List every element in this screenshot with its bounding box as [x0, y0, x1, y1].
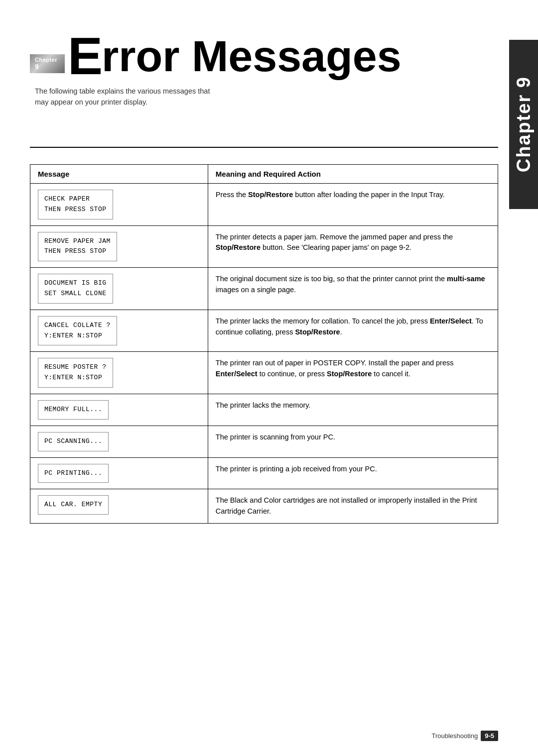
message-box-6: PC SCANNING... — [38, 432, 109, 451]
footer-badge: 9-5 — [481, 731, 498, 741]
message-cell-2: DOCUMENT IS BIGSET SMALL CLONE — [30, 268, 208, 310]
page-container: Chapter 9 Chapter 9 E rror Messages The … — [0, 0, 538, 756]
table-row: RESUME POSTER ?Y:ENTER N:STOPThe printer… — [30, 352, 498, 394]
col-message-header: Message — [30, 165, 208, 184]
message-box-3: CANCEL COLLATE ?Y:ENTER N:STOP — [38, 316, 117, 346]
action-cell-3: The printer lacks the memory for collati… — [208, 310, 498, 352]
action-cell-0: Press the Stop/Restore button after load… — [208, 184, 498, 226]
subtitle-line1: The following table explains the various… — [35, 87, 210, 95]
message-box-4: RESUME POSTER ?Y:ENTER N:STOP — [38, 358, 113, 388]
chapter-number: 9 — [35, 63, 39, 71]
action-cell-1: The printer detects a paper jam. Remove … — [208, 225, 498, 268]
header-area: Chapter 9 E rror Messages The following … — [30, 30, 498, 108]
table-row: CANCEL COLLATE ?Y:ENTER N:STOPThe printe… — [30, 310, 498, 352]
col-action-header: Meaning and Required Action — [208, 165, 498, 184]
title-letter-e: E — [68, 30, 103, 82]
message-box-0: CHECK PAPERTHEN PRESS STOP — [38, 190, 113, 219]
message-cell-7: PC PRINTING... — [30, 457, 208, 489]
message-box-7: PC PRINTING... — [38, 464, 109, 483]
message-cell-0: CHECK PAPERTHEN PRESS STOP — [30, 184, 208, 226]
message-cell-1: REMOVE PAPER JAMTHEN PRESS STOP — [30, 225, 208, 268]
chapter-tab: Chapter 9 — [509, 40, 538, 209]
table-row: MEMORY FULL...The printer lacks the memo… — [30, 394, 498, 426]
subtitle: The following table explains the various… — [35, 86, 498, 108]
action-cell-5: The printer lacks the memory. — [208, 394, 498, 426]
message-cell-6: PC SCANNING... — [30, 426, 208, 457]
table-row: CHECK PAPERTHEN PRESS STOPPress the Stop… — [30, 184, 498, 226]
chapter-badge-block: Chapter 9 — [30, 54, 65, 73]
table-row: PC PRINTING...The printer is printing a … — [30, 457, 498, 489]
action-cell-4: The printer ran out of paper in POSTER C… — [208, 352, 498, 394]
table-row: DOCUMENT IS BIGSET SMALL CLONEThe origin… — [30, 268, 498, 310]
message-cell-3: CANCEL COLLATE ?Y:ENTER N:STOP — [30, 310, 208, 352]
main-table: Message Meaning and Required Action CHEC… — [30, 164, 498, 524]
message-box-5: MEMORY FULL... — [38, 400, 109, 420]
action-cell-8: The Black and Color cartridges are not i… — [208, 489, 498, 524]
message-box-1: REMOVE PAPER JAMTHEN PRESS STOP — [38, 232, 117, 262]
chapter-small-label: Chapter — [35, 57, 57, 63]
action-cell-6: The printer is scanning from your PC. — [208, 426, 498, 457]
title-row: Chapter 9 E rror Messages — [30, 30, 498, 82]
table-row: REMOVE PAPER JAMTHEN PRESS STOPThe print… — [30, 225, 498, 268]
table-row: PC SCANNING...The printer is scanning fr… — [30, 426, 498, 457]
message-cell-8: ALL CAR. EMPTY — [30, 489, 208, 524]
subtitle-line2: may appear on your printer display. — [35, 98, 147, 106]
action-cell-7: The printer is printing a job received f… — [208, 457, 498, 489]
message-box-2: DOCUMENT IS BIGSET SMALL CLONE — [38, 274, 113, 304]
table-header-row: Message Meaning and Required Action — [30, 165, 498, 184]
table-row: ALL CAR. EMPTYThe Black and Color cartri… — [30, 489, 498, 524]
footer-area: Troubleshooting 9-5 — [30, 731, 498, 741]
header-divider — [30, 147, 498, 148]
message-cell-4: RESUME POSTER ?Y:ENTER N:STOP — [30, 352, 208, 394]
title-rest: rror Messages — [102, 34, 402, 78]
action-cell-2: The original document size is too big, s… — [208, 268, 498, 310]
chapter-tab-text: Chapter 9 — [513, 76, 535, 172]
message-box-8: ALL CAR. EMPTY — [38, 495, 109, 515]
footer-label: Troubleshooting — [431, 732, 478, 740]
message-cell-5: MEMORY FULL... — [30, 394, 208, 426]
